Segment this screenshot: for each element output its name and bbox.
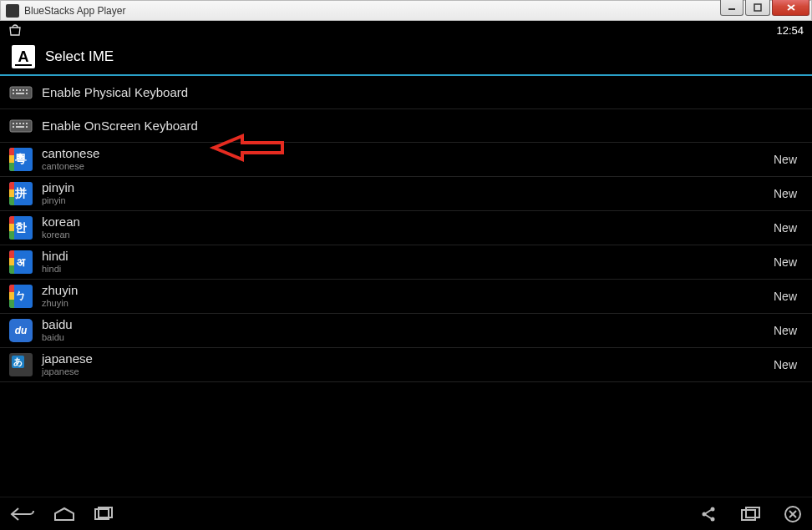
keyboard-icon [8, 114, 33, 139]
app-icon [6, 4, 19, 18]
new-badge: New [774, 324, 797, 337]
android-statusbar: 12:54 [0, 21, 812, 39]
back-icon[interactable] [10, 507, 35, 522]
svg-rect-5 [13, 89, 14, 91]
ime-app-icon: 粵 [8, 147, 33, 172]
row-title: baidu [42, 317, 774, 332]
store-icon [8, 24, 22, 36]
row-title: cantonese [42, 146, 774, 161]
ime-icon-letter: A [18, 48, 29, 66]
window-titlebar: BlueStacks App Player [0, 0, 812, 21]
new-badge: New [774, 358, 797, 371]
row-title: korean [42, 215, 774, 230]
row-subtitle: hindi [42, 264, 774, 275]
svg-rect-29 [742, 510, 755, 520]
recent-apps-icon[interactable] [94, 507, 114, 522]
android-navbar [0, 497, 812, 530]
new-badge: New [774, 187, 797, 200]
row-label: Enable Physical Keyboard [42, 85, 804, 100]
svg-rect-6 [16, 89, 18, 91]
ime-list: Enable Physical Keyboard Enable OnScreen… [0, 76, 812, 382]
new-badge: New [774, 153, 797, 166]
row-subtitle: baidu [42, 332, 774, 343]
svg-rect-30 [746, 507, 759, 517]
window-controls [718, 0, 809, 16]
ime-icon: A [12, 45, 35, 68]
ime-row-hindi[interactable]: अ hindi hindi New [0, 245, 812, 280]
row-subtitle: japanese [42, 366, 774, 377]
ime-row-pinyin[interactable]: 拼 pinyin pinyin New [0, 177, 812, 211]
close-app-icon[interactable] [784, 505, 802, 523]
ime-row-zhuyin[interactable]: ㄅ zhuyin zhuyin New [0, 280, 812, 314]
new-badge: New [774, 221, 797, 235]
svg-rect-20 [16, 126, 24, 128]
svg-rect-14 [13, 123, 14, 124]
share-icon[interactable] [700, 506, 717, 522]
screen-header: A Select IME [0, 39, 812, 76]
svg-rect-9 [26, 89, 28, 91]
row-label: Enable OnScreen Keyboard [42, 119, 804, 134]
svg-rect-10 [13, 93, 14, 94]
row-title: zhuyin [42, 283, 774, 298]
clock: 12:54 [776, 24, 804, 37]
fullscreen-icon[interactable] [740, 507, 760, 522]
ime-app-icon: 拼 [8, 181, 33, 206]
row-subtitle: pinyin [42, 195, 774, 206]
row-title: pinyin [42, 180, 774, 195]
keyboard-icon [8, 80, 33, 105]
ime-row-baidu[interactable]: du baidu baidu New [0, 314, 812, 348]
app-surface: 12:54 A Select IME Enable Physical Keybo… [0, 21, 812, 530]
ime-app-icon: du [8, 318, 33, 343]
ime-app-icon: ㄅ [8, 284, 33, 309]
svg-line-28 [706, 515, 711, 518]
row-title: hindi [42, 249, 774, 264]
svg-rect-19 [13, 126, 14, 128]
window-minimize-button[interactable] [720, 0, 743, 16]
new-badge: New [774, 290, 797, 303]
row-subtitle: zhuyin [42, 298, 774, 309]
screen-title: Select IME [45, 48, 114, 65]
enable-onscreen-keyboard-row[interactable]: Enable OnScreen Keyboard [0, 109, 812, 143]
svg-rect-8 [23, 89, 24, 91]
ime-app-icon: あ [8, 352, 33, 377]
ime-app-icon: अ [8, 250, 33, 275]
svg-rect-1 [754, 4, 761, 11]
svg-line-27 [706, 510, 711, 513]
ime-app-icon: 한 [8, 215, 33, 240]
svg-rect-17 [23, 123, 24, 124]
svg-rect-21 [26, 126, 28, 128]
ime-row-korean[interactable]: 한 korean korean New [0, 211, 812, 245]
ime-row-japanese[interactable]: あ japanese japanese New [0, 348, 812, 382]
svg-rect-12 [26, 93, 28, 94]
row-subtitle: korean [42, 230, 774, 240]
svg-rect-7 [19, 89, 21, 91]
svg-rect-11 [16, 93, 24, 94]
row-subtitle: cantonese [42, 161, 774, 172]
enable-physical-keyboard-row[interactable]: Enable Physical Keyboard [0, 76, 812, 109]
svg-rect-16 [19, 123, 21, 124]
window-close-button[interactable] [772, 0, 809, 16]
ime-row-cantonese[interactable]: 粵 cantonese cantonese New [0, 143, 812, 177]
window-maximize-button[interactable] [745, 0, 770, 16]
svg-rect-18 [26, 123, 28, 124]
svg-rect-15 [16, 123, 18, 124]
new-badge: New [774, 255, 797, 269]
window-title: BlueStacks App Player [24, 5, 125, 17]
row-title: japanese [42, 351, 774, 366]
home-icon[interactable] [53, 507, 75, 522]
